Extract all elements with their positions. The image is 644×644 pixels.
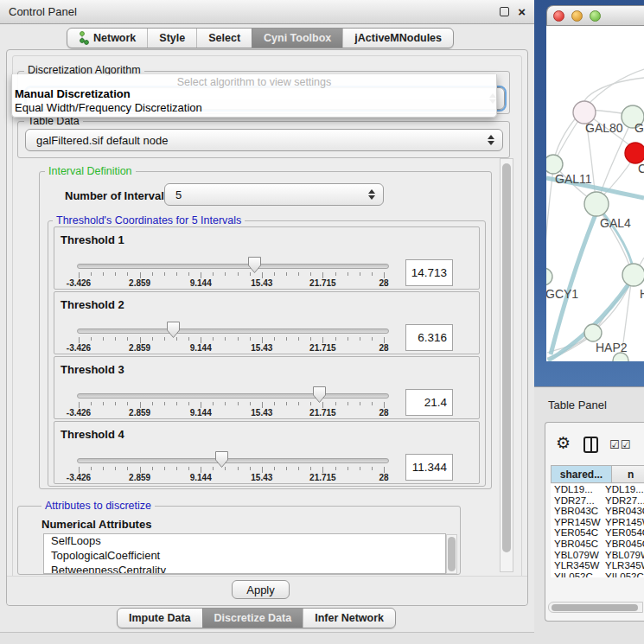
zoom-traffic-light-icon[interactable] <box>590 10 601 22</box>
slider-tick <box>115 402 116 405</box>
slider-track[interactable] <box>77 393 389 399</box>
slider-tick-label: 9.144 <box>190 343 212 353</box>
attribute-list-item[interactable]: BetweennessCentrality <box>44 564 445 574</box>
tab-jactivemnodules[interactable]: jActiveMNodules <box>342 29 453 48</box>
slider-tick-label: 28 <box>379 278 388 288</box>
gear-icon[interactable]: ⚙ <box>556 435 571 451</box>
slider-track[interactable] <box>77 458 389 463</box>
table-data-combobox[interactable]: galFiltered.sif default node <box>25 129 503 151</box>
minimize-traffic-light-icon[interactable] <box>571 10 583 22</box>
network-node-label: GA <box>634 121 644 135</box>
interval-definition-label: Interval Definition <box>45 165 136 177</box>
tab-style[interactable]: Style <box>147 29 196 48</box>
network-node-label: C <box>638 162 644 175</box>
network-node[interactable] <box>546 155 563 174</box>
slider-tick <box>310 467 311 470</box>
table-row[interactable]: YBR043CYBR043C <box>551 506 644 517</box>
settings-scrollbar-thumb[interactable] <box>502 163 511 552</box>
network-node[interactable] <box>584 192 609 216</box>
mode-tab-impute-data[interactable]: Impute Data <box>118 609 202 628</box>
slider-tick <box>91 402 92 405</box>
slider-tick <box>250 402 251 405</box>
slider-tick <box>176 467 177 470</box>
table-row[interactable]: YBL079WYBL079W <box>551 550 644 561</box>
threshold-value-field[interactable]: 14.713 <box>405 259 453 286</box>
threshold-label: Threshold 3 <box>61 363 124 376</box>
slider-tick <box>384 467 385 473</box>
cell-name: YLR345W <box>602 560 644 571</box>
table-row[interactable]: YPR145WYPR145W <box>551 517 644 528</box>
network-node[interactable] <box>546 268 552 285</box>
close-traffic-light-icon[interactable] <box>553 10 564 22</box>
slider-tick <box>140 467 141 473</box>
slider-tick <box>348 272 348 276</box>
thresholds-group-label: Threshold's Coordinates for 5 Intervals <box>53 214 245 226</box>
network-node[interactable] <box>625 143 644 163</box>
slider-tick <box>372 337 373 341</box>
network-window-titlebar[interactable] <box>546 5 644 26</box>
algorithm-option[interactable]: Equal Width/Frequency Discretization <box>15 101 495 115</box>
threshold-value-field[interactable]: 6.316 <box>405 324 453 351</box>
slider-tick-label: 9.144 <box>190 278 212 288</box>
attributes-list-scrollbar[interactable] <box>446 534 457 574</box>
float-window-icon[interactable] <box>500 7 509 16</box>
column-header-name[interactable]: n <box>612 465 644 483</box>
combo-arrows-icon <box>488 135 494 145</box>
cyni-mode-tabbar: Impute DataDiscretize DataInfer Network <box>117 608 396 628</box>
checkbox-icons[interactable]: ☑☑ <box>609 438 631 451</box>
table-row[interactable]: YER054CYER054C <box>551 527 644 539</box>
table-row[interactable]: YIL052CYIL052C <box>551 571 644 577</box>
slider-tick <box>298 467 299 470</box>
slider-tick <box>372 272 373 276</box>
attributes-scrollbar-thumb[interactable] <box>448 537 456 571</box>
slider-tick <box>322 467 323 473</box>
slider-tick-label: 15.43 <box>251 343 272 353</box>
numerical-attributes-list[interactable]: SelfLoopsTopologicalCoefficientBetweenne… <box>43 533 446 574</box>
mode-tab-infer-network[interactable]: Infer Network <box>303 609 395 628</box>
tab-network[interactable]: Network <box>67 29 147 48</box>
slider-thumb[interactable] <box>247 256 262 274</box>
slider-track[interactable] <box>77 328 389 334</box>
column-layout-icon[interactable] <box>583 437 598 453</box>
close-icon[interactable]: × <box>518 7 526 16</box>
network-node[interactable] <box>584 324 602 341</box>
cell-shared-name: YDR27... <box>551 495 602 507</box>
number-of-intervals-label: Number of Intervals <box>65 189 170 202</box>
table-row[interactable]: YLR345WYLR345W <box>551 560 644 571</box>
threshold-value-field[interactable]: 11.344 <box>405 454 453 481</box>
slider-track[interactable] <box>77 264 389 269</box>
tab-cyni-toolbox[interactable]: Cyni Toolbox <box>252 29 342 48</box>
table-hscrollbar[interactable] <box>548 602 643 613</box>
network-node-label: GAL80 <box>585 121 623 135</box>
apply-button[interactable]: Apply <box>232 580 290 599</box>
table-row[interactable]: YBR045CYBR045C <box>551 539 644 550</box>
window-title: Control Panel <box>9 5 500 18</box>
slider-tick <box>348 467 348 470</box>
column-header-shared[interactable]: shared... <box>551 465 612 483</box>
slider-thumb[interactable] <box>312 386 327 404</box>
table-row[interactable]: YDL19...YDL19... <box>551 484 644 495</box>
network-view-canvas[interactable]: GAL80GACGAL11GAL4GCY1HHAP2 <box>546 26 644 361</box>
threshold-value-field[interactable]: 21.4 <box>405 389 453 416</box>
slider-tick <box>298 402 299 405</box>
slider-tick-label: 28 <box>379 343 388 353</box>
mode-tab-discretize-data[interactable]: Discretize Data <box>202 609 303 628</box>
slider-tick <box>115 272 116 276</box>
cell-name: YDL19... <box>602 484 644 495</box>
table-row[interactable]: YDR27...YDR27... <box>551 495 644 507</box>
number-of-intervals-spinner[interactable]: 5 <box>164 183 384 206</box>
tab-select[interactable]: Select <box>196 29 252 48</box>
slider-tick <box>310 272 311 276</box>
slider-thumb[interactable] <box>214 450 229 469</box>
table-hscrollbar-thumb[interactable] <box>552 604 638 611</box>
slider-tick <box>152 467 153 470</box>
slider-tick <box>262 337 263 343</box>
algorithm-option[interactable]: Manual Discretization <box>15 87 495 101</box>
settings-scrollbar[interactable] <box>500 158 513 572</box>
attribute-list-item[interactable]: TopologicalCoefficient <box>44 549 445 564</box>
attribute-list-item[interactable]: SelfLoops <box>44 534 445 549</box>
network-node[interactable] <box>622 264 644 286</box>
tab-label: Style <box>159 32 185 44</box>
slider-tick <box>213 272 214 276</box>
slider-thumb[interactable] <box>166 321 181 339</box>
